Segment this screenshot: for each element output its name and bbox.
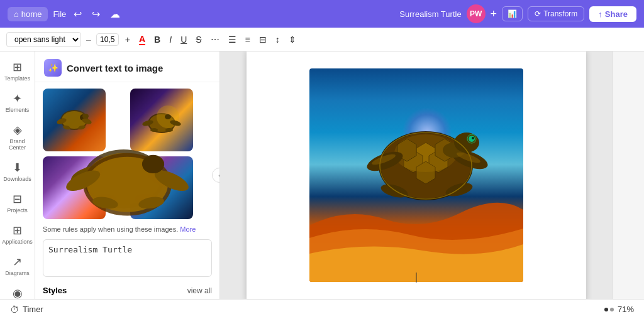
- dot-1: [604, 308, 608, 311]
- cloud-save-button[interactable]: ☁: [108, 6, 123, 23]
- zoom-level: 71%: [618, 305, 634, 314]
- font-color-icon: A: [139, 34, 145, 45]
- brand-icon: ◈: [13, 123, 22, 137]
- more-text-options-button[interactable]: ⋯: [208, 33, 222, 46]
- timer-icon: ⏱: [10, 305, 19, 315]
- canvas-area[interactable]: [220, 51, 613, 299]
- sidebar-item-projects-label: Projects: [7, 207, 28, 214]
- page-indicator: [604, 308, 614, 311]
- list-icon: ≡: [245, 35, 250, 45]
- undo-icon: ↩: [74, 8, 82, 20]
- underline-icon: U: [180, 35, 187, 45]
- elements-icon: ✦: [13, 92, 22, 105]
- left-panel: ✨ Convert text to image: [35, 51, 220, 299]
- more-options-icon: ⋯: [211, 35, 219, 45]
- file-button[interactable]: File: [53, 9, 66, 19]
- top-bar-center: Surrealism Turtle: [399, 9, 461, 19]
- align-left-button[interactable]: ☰: [226, 33, 239, 46]
- font-color-button[interactable]: A: [136, 32, 148, 47]
- line-spacing-icon: ⇕: [289, 35, 296, 45]
- sidebar-item-brand-label: Brand Center: [4, 138, 31, 151]
- user-avatar[interactable]: PW: [467, 4, 486, 23]
- transform-icon: ⟳: [535, 9, 541, 18]
- undo-button[interactable]: ↩: [71, 6, 84, 23]
- bold-icon: B: [154, 35, 160, 45]
- home-label: home: [21, 9, 42, 19]
- format-toolbar: open sans light – + A B I U S ⋯ ☰ ≡ ⊟ ↕ …: [0, 28, 644, 51]
- turtle-svg: [309, 68, 523, 282]
- bold-button[interactable]: B: [152, 33, 163, 46]
- toolbar-separator: –: [86, 35, 91, 45]
- sidebar-item-diagrams-label: Diagrams: [5, 270, 30, 276]
- sidebar-icons: ⊞ Templates ✦ Elements ◈ Brand Center ⬇ …: [0, 51, 35, 299]
- redo-icon: ↪: [92, 8, 100, 20]
- sidebar-item-elements[interactable]: ✦ Elements: [2, 88, 33, 117]
- top-bar-left: ⌂ home File ↩ ↪ ☁: [8, 6, 394, 23]
- indent-button[interactable]: ⊟: [257, 33, 269, 46]
- home-icon: ⌂: [14, 9, 19, 19]
- bottom-bar: ⏱ Timer 71%: [0, 299, 644, 319]
- dot-2: [610, 308, 614, 311]
- canvas-image: [309, 68, 523, 282]
- sidebar-item-downloads[interactable]: ⬇ Downloads: [2, 157, 33, 186]
- underline-button[interactable]: U: [178, 33, 189, 46]
- logos-icon: ◉: [13, 286, 23, 299]
- redo-button[interactable]: ↪: [89, 6, 103, 23]
- share-button[interactable]: ↑ Share: [589, 6, 636, 22]
- sidebar-item-brand[interactable]: ◈ Brand Center: [2, 119, 33, 154]
- spacing-button[interactable]: ↕: [273, 33, 282, 46]
- top-bar: ⌂ home File ↩ ↪ ☁ Surrealism Turtle PW +…: [0, 0, 644, 28]
- home-button[interactable]: ⌂ home: [8, 7, 48, 21]
- templates-icon: ⊞: [13, 60, 22, 74]
- align-left-icon: ☰: [228, 35, 236, 45]
- svg-point-46: [472, 137, 474, 139]
- cloud-icon: ☁: [110, 8, 120, 20]
- italic-button[interactable]: I: [167, 33, 174, 46]
- right-panel: [613, 51, 644, 299]
- top-bar-right: PW + 📊 ⟳ Transform ↑ Share: [467, 4, 636, 23]
- strikethrough-icon: S: [196, 35, 201, 45]
- sidebar-item-applications-label: Applications: [2, 239, 33, 245]
- list-button[interactable]: ≡: [243, 33, 253, 46]
- font-family-select[interactable]: open sans light: [6, 32, 81, 47]
- share-icon: ↑: [598, 9, 602, 19]
- sidebar-item-templates[interactable]: ⊞ Templates: [2, 57, 33, 85]
- sidebar-item-diagrams[interactable]: ↗ Diagrams: [2, 251, 33, 280]
- add-collaborator-button[interactable]: +: [491, 8, 497, 21]
- timer-label: Timer: [23, 305, 43, 314]
- panel-content: Some rules apply when using these images…: [35, 82, 219, 299]
- sidebar-item-downloads-label: Downloads: [3, 176, 31, 182]
- applications-icon: ⊞: [13, 224, 22, 237]
- downloads-icon: ⬇: [13, 161, 22, 175]
- sidebar-item-elements-label: Elements: [6, 107, 30, 113]
- projects-icon: ⊟: [13, 192, 22, 206]
- main-content: ⊞ Templates ✦ Elements ◈ Brand Center ⬇ …: [0, 51, 644, 299]
- line-spacing-button[interactable]: ⇕: [286, 33, 299, 46]
- canvas-page: [247, 51, 586, 299]
- sidebar-item-projects[interactable]: ⊟ Projects: [2, 188, 33, 217]
- font-size-increase-button[interactable]: +: [123, 33, 133, 46]
- image-grid: [43, 89, 212, 219]
- sidebar-item-templates-label: Templates: [4, 75, 30, 82]
- transform-label: Transform: [543, 9, 577, 18]
- project-title: Surrealism Turtle: [399, 9, 461, 19]
- generated-image-4[interactable]: [130, 156, 193, 219]
- diagrams-icon: ↗: [13, 255, 22, 269]
- text-cursor: [416, 273, 417, 285]
- analytics-button[interactable]: 📊: [502, 6, 523, 21]
- transform-button[interactable]: ⟳ Transform: [528, 6, 584, 21]
- strikethrough-button[interactable]: S: [193, 33, 204, 46]
- analytics-icon: 📊: [508, 9, 517, 18]
- font-size-input[interactable]: [96, 33, 119, 46]
- sidebar-item-applications[interactable]: ⊞ Applications: [2, 220, 33, 249]
- italic-icon: I: [169, 35, 172, 45]
- share-label: Share: [605, 9, 628, 19]
- sidebar-item-logos[interactable]: ◉ Logos: [2, 283, 33, 299]
- spacing-icon: ↕: [275, 35, 280, 45]
- indent-icon: ⊟: [259, 35, 267, 45]
